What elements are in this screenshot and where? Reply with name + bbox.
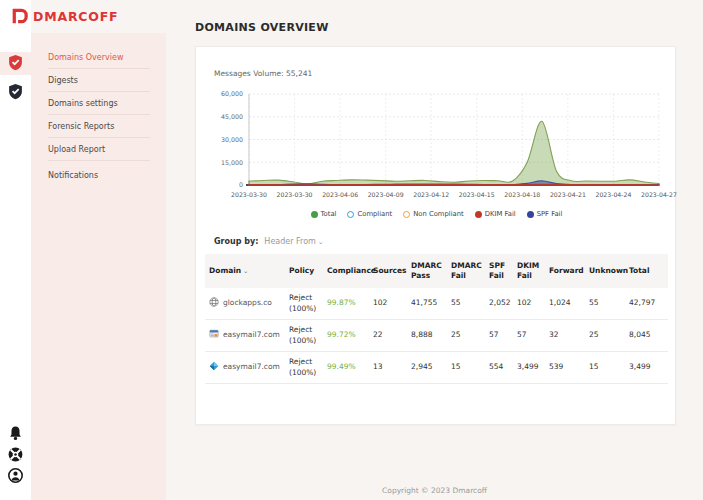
cell-sources: 22 [369,327,407,343]
svg-text:60,000: 60,000 [221,90,243,97]
cell-policy: Reject (100%) [285,354,323,380]
cell-spf_fail: 57 [485,327,513,343]
column-header-forward: Forward [545,262,585,280]
table-row[interactable]: easymail7.comReject (100%)99.72%228,8882… [205,320,668,352]
cell-total: 42,797 [625,295,668,311]
column-header-sources: Sources [369,262,407,280]
domain-name: glockapps.co [223,298,272,308]
cell-policy: Reject (100%) [285,322,323,348]
cell-domain[interactable]: easymail7.com [205,358,285,377]
cell-sources: 102 [369,295,407,311]
cell-compliance: 99.87% [323,295,369,311]
table-row[interactable]: easymail7.comReject (100%)99.49%132,9451… [205,352,668,384]
group-by-control: Group by: Header From⌄ [214,237,324,246]
column-header-domain[interactable]: Domain⌄ [205,262,285,280]
messages-volume-chart: 015,00030,00045,00060,0002023-03-302023-… [196,87,677,219]
domain-name: easymail7.com [223,362,280,372]
table-body: glockapps.coReject (100%)99.87%10241,755… [205,288,668,384]
legend-item-dkim-fail[interactable]: DKIM Fail [475,210,516,218]
cell-dkim_fail: 3,499 [513,359,545,375]
svg-text:15,000: 15,000 [221,159,243,166]
table-row[interactable]: glockapps.coReject (100%)99.87%10241,755… [205,288,668,320]
column-header-spf-fail: SPF Fail [485,257,513,285]
sidebar-item-notifications[interactable]: Notifications [48,164,150,186]
legend-marker-compliant [347,211,354,218]
cell-dmarc_pass: 8,888 [407,327,447,343]
svg-text:0: 0 [239,181,243,188]
cell-compliance: 99.72% [323,327,369,343]
group-by-label: Group by: [214,237,258,246]
svg-text:2023-03-30: 2023-03-30 [231,191,267,198]
column-header-unknown: Unknown [585,262,625,280]
cell-dmarc_fail: 25 [447,327,485,343]
footer-copyright: Copyright © 2023 Dmarcoff [166,486,703,495]
sidebar-item-forensic-reports[interactable]: Forensic Reports [48,115,150,138]
svg-text:2023-04-18: 2023-04-18 [504,191,540,198]
svg-text:2023-04-15: 2023-04-15 [459,191,495,198]
globe-icon [209,297,219,310]
sidebar-item-digests[interactable]: Digests [48,69,150,92]
cell-unknown: 25 [585,327,625,343]
account-icon[interactable] [7,467,24,484]
legend-item-compliant[interactable]: Compliant [347,210,392,218]
domains-table: Domain⌄PolicyComplianceSourcesDMARC Pass… [205,254,668,384]
cell-dkim_fail: 102 [513,295,545,311]
cell-dmarc_fail: 15 [447,359,485,375]
cell-dkim_fail: 57 [513,327,545,343]
svg-text:2023-03-30: 2023-03-30 [277,191,313,198]
chevron-down-icon: ⌄ [318,238,324,246]
svg-text:2023-04-21: 2023-04-21 [550,191,586,198]
main-content: DOMAINS OVERVIEW Messages Volume: 55,241… [166,0,703,500]
legend-marker-dkim-fail [475,211,482,218]
column-header-dmarc-fail: DMARC Fail [447,257,485,285]
legend-item-non-compliant[interactable]: Non Compliant [403,210,463,218]
legend-marker-spf-fail [527,211,534,218]
app-logo[interactable]: DMARCOFF [10,7,118,26]
logo-d-icon [10,7,29,26]
cell-domain[interactable]: glockapps.co [205,294,285,313]
group-by-dropdown[interactable]: Header From⌄ [264,237,323,246]
sidebar-item-domains-overview[interactable]: Domains Overview [48,46,150,69]
cell-unknown: 15 [585,359,625,375]
diamond-icon [209,361,219,374]
shield-red-icon[interactable] [7,54,24,71]
sidebar-item-domains-settings[interactable]: Domains settings [48,92,150,115]
cell-forward: 539 [545,359,585,375]
cell-total: 3,499 [625,359,668,375]
cell-dmarc_pass: 2,945 [407,359,447,375]
legend-label: SPF Fail [537,210,563,218]
cell-spf_fail: 554 [485,359,513,375]
sidebar: Domains OverviewDigestsDomains settingsF… [31,33,166,500]
column-header-dkim-fail: DKIM Fail [513,257,545,285]
column-header-total: Total [625,262,668,280]
cell-sources: 13 [369,359,407,375]
column-header-compliance: Compliance [323,262,369,280]
easymail-icon [209,329,219,342]
legend-label: DKIM Fail [485,210,516,218]
column-header-policy: Policy [285,262,323,280]
sidebar-nav: Domains OverviewDigestsDomains settingsF… [48,46,150,186]
help-icon[interactable] [7,446,24,463]
column-header-dmarc-pass: DMARC Pass [407,257,447,285]
icon-rail [0,0,31,500]
legend-label: Compliant [357,210,392,218]
svg-text:2023-04-09: 2023-04-09 [368,191,404,198]
svg-text:30,000: 30,000 [221,136,243,143]
legend-marker-non-compliant [403,211,410,218]
cell-total: 8,045 [625,327,668,343]
bell-icon[interactable] [7,425,24,442]
cell-compliance: 99.49% [323,359,369,375]
legend-marker-total [311,211,318,218]
logo-text: DMARCOFF [33,9,118,24]
page-title: DOMAINS OVERVIEW [195,21,329,34]
shield-check-icon[interactable] [7,83,24,100]
legend-item-total[interactable]: Total [311,210,337,218]
sidebar-item-upload-report[interactable]: Upload Report [48,138,150,161]
legend-item-spf-fail[interactable]: SPF Fail [527,210,563,218]
cell-spf_fail: 2,052 [485,295,513,311]
domain-name: easymail7.com [223,330,280,340]
cell-domain[interactable]: easymail7.com [205,326,285,345]
cell-policy: Reject (100%) [285,290,323,316]
table-header-row: Domain⌄PolicyComplianceSourcesDMARC Pass… [205,254,668,288]
cell-dmarc_pass: 41,755 [407,295,447,311]
